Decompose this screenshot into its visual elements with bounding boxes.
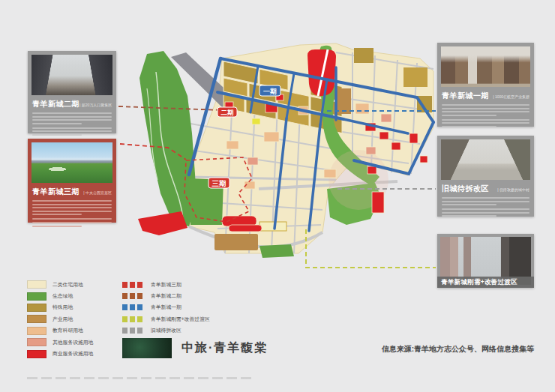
legend-zones: 青羊新城三期 青羊新城二期 青羊新城一期 青羊新城刚需+改善过渡区 旧城待拆改区 [122,279,210,337]
badge-phase3: 三期 [208,178,230,188]
legend-item: 青羊新城三期 [122,279,210,290]
oldtown-photo [441,139,530,180]
legend-dash-swatch [122,316,145,322]
card-phase2-text [32,127,112,136]
industry-parcel [336,88,351,114]
legend-item: 产业用地 [27,313,93,325]
card-phase1-text [442,104,530,116]
card-phase1: 青羊新城一期 | 1000亿航空产业集群 [437,43,534,127]
legend-item: 其他服务设施用地 [27,337,93,348]
legend-item: 青羊新城一期 [122,302,210,313]
svg-text:一期: 一期 [263,88,277,95]
card-phase3-title: 青羊新城三期 [32,187,80,197]
commercial-parcel-south [138,211,188,235]
card-oldtown-subtitle: | 仍待改建的城中村 [497,187,530,192]
card-phase2-subtitle: | 超20万人口聚集区 [80,103,112,107]
svg-text:三期: 三期 [212,179,226,187]
phase1-photo [441,46,530,87]
card-oldtown-text [442,197,530,205]
card-phase3-text [32,200,112,215]
card-phase1-subtitle: | 1000亿航空产业集群 [493,94,530,99]
card-phase2-title: 青羊新城二期 [32,99,80,109]
legend-swatch [27,280,46,289]
card-oldtown-title: 旧城待拆改区 [442,184,489,194]
connector-transition [306,229,436,268]
legend-swatch [27,292,46,301]
legend-dash-swatch [122,328,145,334]
card-phase2: 青羊新城二期 | 超20万人口聚集区 [28,51,116,133]
green-patch [260,244,294,258]
legend-item: 二类住宅用地 [27,279,93,290]
eco-green-area [140,51,196,226]
brand-name: 中旅·青羊馥棠 [182,340,268,356]
card-phase3-subtitle: | 中央公园宜居区 [83,190,112,195]
legend-item: 青羊新城刚需+改善过渡区 [122,313,210,325]
special-parcel [354,48,374,63]
source-note: 信息来源:青羊地方志公众号、网络信息搜集等 [382,344,534,355]
disclaimer-microtext [27,377,252,379]
logo-image [122,338,172,358]
legend-dash-swatch [122,304,145,310]
card-phase3: 青羊新城三期 | 中央公园宜居区 [28,139,116,223]
legend-swatch [27,338,46,346]
legend-swatch [27,327,46,335]
special-parcel [404,67,428,87]
legend-item: 青羊新城二期 [122,290,210,301]
industry-center-parcel [214,234,258,250]
phase3-photo [32,142,112,183]
card-phase1-text [442,119,530,127]
legend-item: 旧城待拆改区 [122,325,210,337]
card-phase1-title: 青羊新城一期 [442,91,489,101]
card-oldtown: 旧城待拆改区 | 仍待改建的城中村 [437,136,534,217]
legend-item: 商业服务设施用地 [27,348,93,359]
legend-item: 特殊用地 [27,302,93,313]
legend-swatch [27,315,46,323]
legend-dash-swatch [122,293,145,299]
brand-logo: 中旅·青羊馥棠 [122,338,268,358]
transition-photo: 青羊新城刚需+改善过渡区 [440,237,531,285]
card-transition: 青羊新城刚需+改善过渡区 [437,234,534,288]
legend-swatch [27,350,46,358]
card-oldtown-text [442,208,530,217]
transition-caption: 青羊新城刚需+改善过渡区 [437,277,534,288]
badge-phase1: 一期 [260,85,280,96]
badge-phase2: 二期 [218,107,237,117]
card-phase2-text [32,112,112,124]
legend-dash-swatch [122,282,145,288]
phase2-photo [32,55,112,95]
legend-item: 生态绿地 [27,290,93,301]
legend-land-use: 二类住宅用地 生态绿地 特殊用地 产业用地 教育科研用地 其他服务设施用地 商业… [27,279,93,360]
legend-item: 教育科研用地 [27,325,93,337]
legend-swatch [27,304,46,312]
poster-canvas: 一期 二期 三期 青羊新城二期 | 超20万人口聚集区 青羊新城三期 | 中央公… [0,0,555,392]
card-phase3-text [32,218,112,226]
svg-text:二期: 二期 [221,109,235,116]
